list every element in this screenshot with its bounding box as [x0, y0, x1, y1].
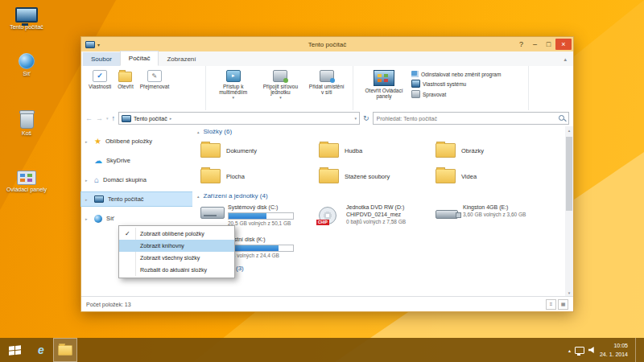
forward-button[interactable]: →: [96, 114, 103, 122]
expand-icon[interactable]: ▸: [85, 139, 88, 144]
uninstall-icon: [411, 71, 419, 77]
maximize-button[interactable]: □: [542, 39, 555, 50]
ribbon-collapse-icon[interactable]: ▴: [564, 52, 573, 66]
desktop-icon-label: Koš: [3, 130, 50, 137]
recycle-bin-icon: [3, 109, 50, 129]
scrollbar-thumb[interactable]: [566, 137, 572, 211]
dvd-disc-icon: CHIP: [319, 207, 336, 224]
tab-view[interactable]: Zobrazení: [159, 52, 204, 66]
desktop-icon-recycle-bin[interactable]: Koš: [3, 109, 50, 137]
ribbon: ✓ Vlastnosti Otevřít ✎ Přejmenovat Umíst…: [81, 66, 573, 111]
drive-name: Kingston 4GB (E:): [463, 204, 550, 212]
status-bar: Počet položek: 13 ≡ ▦: [81, 296, 573, 311]
homegroup-icon: ⌂: [94, 176, 99, 184]
folder-tile-documents[interactable]: Dokumenty: [200, 140, 315, 161]
close-button[interactable]: ×: [555, 39, 572, 50]
back-button[interactable]: ←: [85, 114, 93, 122]
map-network-drive-button[interactable]: Připojit síťovou jednotku ▾: [257, 68, 303, 102]
start-button[interactable]: [0, 338, 29, 362]
vertical-scrollbar[interactable]: ▴ ▾: [565, 126, 573, 297]
folder-tile-desktop[interactable]: Plocha: [200, 166, 315, 187]
window-controls: ? – □ ×: [514, 39, 573, 50]
expand-icon[interactable]: ▸: [85, 197, 88, 202]
address-bar[interactable]: Tento počítač ▸ ▾: [118, 112, 360, 125]
usb-stick-icon: [436, 210, 458, 219]
drive-detail: 0 bajtů volných z 7,58 GB: [346, 219, 433, 225]
nav-item-homegroup[interactable]: ▸ ⌂ Domácí skupina: [81, 173, 192, 187]
folder-tile-downloads[interactable]: Stažené soubory: [319, 166, 433, 187]
manage-button[interactable]: Spravovat: [411, 90, 501, 98]
collapse-chevron-icon[interactable]: ▴: [197, 130, 200, 134]
section-header-folders[interactable]: ▴ Složky (6): [197, 128, 232, 135]
expand-icon[interactable]: ▸: [85, 178, 88, 183]
collapse-chevron-icon[interactable]: ▴: [197, 194, 200, 199]
tray-expand-icon[interactable]: ▴: [568, 348, 571, 353]
drive-tile-dvd[interactable]: CHIP Jednotka DVD RW (D:) CHIPDVD_0214_m…: [319, 204, 433, 235]
manage-icon: [411, 90, 420, 98]
network-status-icon[interactable]: [575, 347, 584, 354]
search-input[interactable]: [374, 113, 568, 124]
expand-icon[interactable]: ▸: [85, 216, 88, 221]
recent-locations-icon[interactable]: ▾: [106, 116, 109, 121]
qat-dropdown-icon[interactable]: ▾: [97, 42, 100, 47]
properties-button[interactable]: ✓ Vlastnosti: [86, 68, 114, 91]
open-control-panel-button[interactable]: Otevřít Ovládací panely: [358, 68, 410, 101]
clock-time: 10:05: [600, 341, 628, 350]
rename-button[interactable]: ✎ Přejmenovat: [138, 68, 172, 91]
drive-name-2: CHIPDVD_0214_mez: [346, 212, 433, 219]
address-bar-row: ← → ▾ ↑ Tento počítač ▸ ▾ ↻: [81, 110, 573, 127]
media-access-button[interactable]: ▸ Přístup k multimédiím ▾: [211, 68, 255, 102]
minimize-button[interactable]: –: [528, 39, 542, 50]
nav-item-network[interactable]: ▸ Síť: [81, 212, 192, 225]
menu-item-expand-to-current-folder[interactable]: Rozbalit do aktuální složky: [119, 264, 234, 276]
system-properties-icon: [411, 80, 420, 88]
address-dropdown-icon[interactable]: ▾: [355, 116, 357, 121]
details-view-button[interactable]: ≡: [546, 299, 556, 310]
drive-tile-usb[interactable]: Kingston 4GB (E:) 3,60 GB volných z 3,60…: [436, 204, 550, 235]
taskbar-explorer-button[interactable]: [53, 338, 77, 362]
section-header-devices[interactable]: ▴ Zařízení a jednotky (4): [197, 192, 268, 200]
open-button[interactable]: Otevřít: [115, 68, 136, 91]
dropdown-arrow-icon: ▾: [279, 96, 282, 101]
windows-logo-icon: [9, 345, 21, 356]
system-properties-button[interactable]: Vlastnosti systému: [411, 80, 501, 88]
nav-item-this-pc[interactable]: ▸ Tento počítač: [81, 192, 192, 206]
desktop-icon-network[interactable]: Síť: [3, 50, 50, 77]
folder-tile-music[interactable]: Hudba: [319, 140, 433, 161]
nav-item-favorites[interactable]: ▸ ★ Oblíbené položky: [81, 134, 192, 148]
desktop-icon-this-pc[interactable]: Tento počítač: [3, 3, 50, 31]
add-network-location-icon: [320, 70, 334, 82]
tab-file[interactable]: Soubor: [83, 52, 120, 66]
tab-computer[interactable]: Počítač: [120, 51, 159, 66]
computer-icon: [3, 3, 50, 23]
breadcrumb-chevron-icon[interactable]: ▸: [170, 116, 172, 121]
menu-item-show-favorites[interactable]: ✓ Zobrazit oblíbené položky: [119, 228, 234, 240]
search-box[interactable]: [373, 112, 569, 125]
taskbar-ie-button[interactable]: e: [29, 338, 53, 362]
thumbnails-view-button[interactable]: ▦: [558, 299, 568, 310]
up-button[interactable]: ↑: [112, 114, 116, 122]
volume-icon[interactable]: [588, 347, 596, 353]
add-network-location-button[interactable]: Přidat umístění v síti: [305, 68, 348, 97]
uninstall-program-button[interactable]: Odinstalovat nebo změnit program: [411, 71, 501, 77]
menu-item-show-all-folders[interactable]: Zobrazit všechny složky: [119, 252, 234, 264]
refresh-icon[interactable]: ↻: [363, 114, 369, 122]
menu-item-show-libraries[interactable]: Zobrazit knihovny: [119, 240, 234, 252]
window-title: Tento počítač: [81, 41, 573, 48]
scroll-up-icon[interactable]: ▴: [565, 126, 573, 134]
taskbar-clock[interactable]: 10:05 24. 1. 2014: [600, 341, 631, 359]
show-desktop-button[interactable]: [635, 338, 639, 362]
title-bar[interactable]: ▾ Tento počítač ? – □ ×: [81, 37, 573, 51]
nav-item-skydrive[interactable]: ☁ SkyDrive: [81, 154, 192, 167]
control-panel-icon: [3, 166, 50, 185]
map-drive-icon: [273, 70, 287, 82]
folder-tile-videos[interactable]: Videa: [436, 166, 550, 187]
file-list: ▴ Složky (6) Dokumenty Hudba Obrázky Plo…: [192, 126, 565, 297]
folder-icon: [436, 169, 456, 183]
folder-tile-pictures[interactable]: Obrázky: [436, 140, 550, 161]
chip-logo: CHIP: [316, 220, 329, 225]
help-button[interactable]: ?: [514, 39, 528, 50]
breadcrumb[interactable]: Tento počítač: [134, 116, 167, 121]
desktop-icon-control-panel[interactable]: Ovládací panely: [3, 166, 50, 193]
quick-access-toolbar[interactable]: ▾: [81, 41, 100, 48]
